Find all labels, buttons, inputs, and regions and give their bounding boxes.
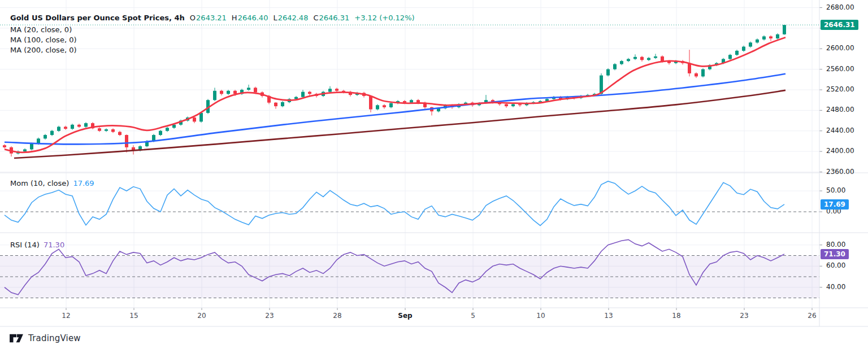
symbol-title[interactable]: Gold US Dollars per Ounce Spot Prices, 4… xyxy=(10,14,185,22)
time-axis-label: 20 xyxy=(197,312,206,320)
time-axis-label: 13 xyxy=(604,312,613,320)
ma200-line xyxy=(14,90,785,158)
ohlc-low-value: 2642.48 xyxy=(278,14,309,22)
price-axis-label: 2680.00 xyxy=(826,3,854,11)
ma20-line xyxy=(5,37,785,152)
tradingview-logo[interactable]: TradingView xyxy=(28,333,81,343)
ohlc-close-label: C xyxy=(313,14,318,22)
time-axis-label: 5 xyxy=(471,312,475,320)
time-axis-label: 23 xyxy=(265,312,274,320)
time-axis-label: 23 xyxy=(740,312,748,320)
ohlc-open-value: 2643.21 xyxy=(196,14,227,22)
momentum-axis-label: 50.00 xyxy=(826,186,845,194)
ohlc-high-value: 2646.40 xyxy=(238,14,268,22)
rsi-label: RSI (14) xyxy=(10,241,40,249)
time-axis-label: 12 xyxy=(62,312,70,320)
last-price-badge: 2646.31 xyxy=(821,20,858,30)
ohlc-high: H2646.40 xyxy=(232,14,268,22)
legend-momentum[interactable]: Mom (10, close)17.69 xyxy=(10,179,94,187)
ma100-line xyxy=(5,74,785,145)
rsi-axis-label: 80.00 xyxy=(826,241,845,248)
time-axis-label: 15 xyxy=(129,312,138,320)
legend-ma20[interactable]: MA (20, close, 0) xyxy=(10,25,72,34)
ohlc-high-label: H xyxy=(232,14,237,22)
ohlc-change: +3.12 (+0.12%) xyxy=(354,14,414,22)
rsi-axis-label: 60.00 xyxy=(826,261,845,269)
momentum-value: 17.69 xyxy=(73,179,94,187)
legend-ma100[interactable]: MA (100, close, 0) xyxy=(10,36,76,44)
ohlc-low-label: L xyxy=(273,14,277,22)
price-axis-label: 2480.00 xyxy=(826,106,854,114)
momentum-label: Mom (10, close) xyxy=(10,179,69,187)
ohlc-close: C2646.31 xyxy=(313,14,349,22)
price-axis-label: 2360.00 xyxy=(826,168,854,176)
ohlc-open-label: O xyxy=(190,14,196,22)
price-axis-label: 2520.00 xyxy=(826,85,854,93)
time-axis-label: 28 xyxy=(333,312,341,320)
ohlc-low: L2642.48 xyxy=(273,14,308,22)
ohlc-close-value: 2646.31 xyxy=(319,14,350,22)
price-axis-label: 2560.00 xyxy=(826,65,854,73)
rsi-value-badge: 71.30 xyxy=(821,249,849,259)
price-axis-label: 2600.00 xyxy=(826,44,854,52)
momentum-value-badge: 17.69 xyxy=(821,199,849,210)
time-axis-label: Sep xyxy=(398,312,412,320)
symbol-legend[interactable]: Gold US Dollars per Ounce Spot Prices, 4… xyxy=(10,14,415,22)
momentum-line xyxy=(5,181,784,225)
legend-rsi[interactable]: RSI (14)71.30 xyxy=(10,241,64,249)
chart-window: Gold US Dollars per Ounce Spot Prices, 4… xyxy=(0,0,868,349)
ohlc-open: O2643.21 xyxy=(190,14,227,22)
chart-canvas[interactable] xyxy=(0,0,868,349)
price-axis-label: 2400.00 xyxy=(826,147,854,155)
legend-ma200[interactable]: MA (200, close, 0) xyxy=(10,46,76,54)
rsi-value: 71.30 xyxy=(44,241,64,249)
time-axis-label: 26 xyxy=(808,312,816,320)
time-axis-label: 10 xyxy=(536,312,545,320)
bottom-toolbar: TradingView xyxy=(0,327,868,349)
rsi-axis-label: 40.00 xyxy=(826,283,845,291)
tradingview-logo-icon[interactable] xyxy=(9,332,24,344)
time-axis-label: 18 xyxy=(672,312,680,320)
price-axis-label: 2440.00 xyxy=(826,126,854,134)
